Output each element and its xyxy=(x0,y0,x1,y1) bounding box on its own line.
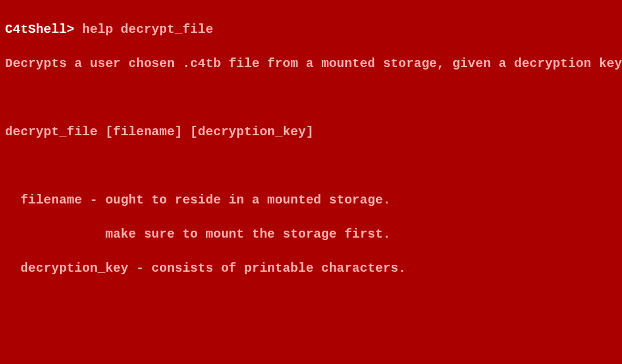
terminal-output: C4tShell> help decrypt_file Decrypts a u… xyxy=(0,0,622,364)
blank-line xyxy=(5,294,617,311)
shell-prompt: C4tShell> xyxy=(5,22,75,37)
blank-line xyxy=(5,157,617,174)
blank-line xyxy=(5,89,617,106)
help-description: Decrypts a user chosen .c4tb file from a… xyxy=(5,55,617,72)
typed-command: help decrypt_file xyxy=(75,22,214,37)
command-line-1[interactable]: C4tShell> help decrypt_file xyxy=(5,21,617,38)
arg-filename-line1: filename - ought to reside in a mounted … xyxy=(5,191,617,209)
arg-filename-line2: make sure to mount the storage first. xyxy=(5,226,617,243)
usage-line: decrypt_file [filename] [decryption_key] xyxy=(5,123,617,140)
arg-decryption-key: decryption_key - consists of printable c… xyxy=(5,260,617,277)
blank-line xyxy=(5,328,617,345)
